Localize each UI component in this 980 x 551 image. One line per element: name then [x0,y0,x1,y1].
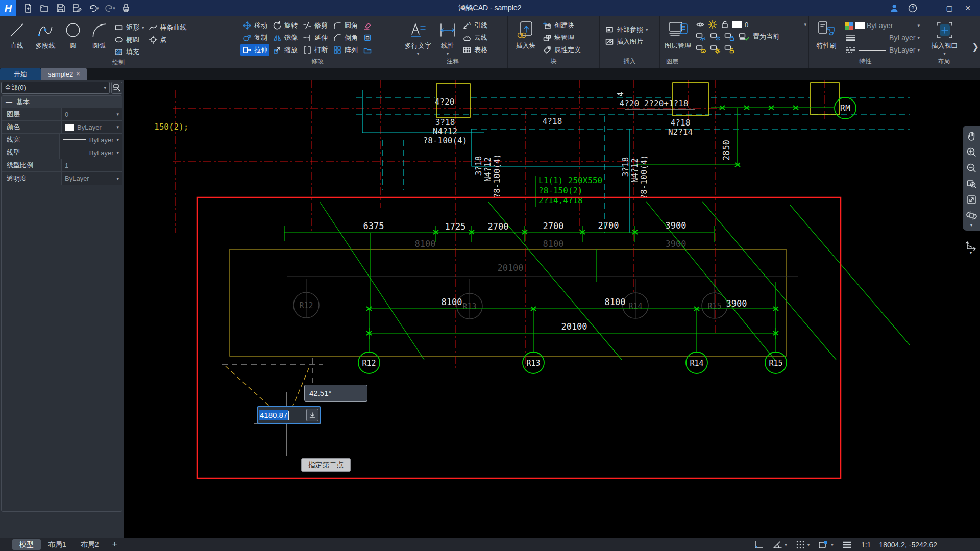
hatch-button[interactable]: 填充 [112,46,146,58]
layer-manager-button[interactable]: 图层管理 [663,18,693,52]
insert-viewport-button[interactable]: 插入视口 ▾ [928,18,962,57]
trim-button[interactable]: 修剪 [301,19,330,32]
open-file-button[interactable] [38,2,51,15]
chamfer-button[interactable]: 倒角 [331,32,360,44]
scale-button[interactable]: 缩放 [271,44,300,56]
redo-button[interactable]: ▾ [103,2,116,15]
user-account-button[interactable] [886,0,902,16]
revcloud-button[interactable]: 云线 [460,32,489,44]
ribbon-expand-chevron[interactable]: ❯ [972,42,979,52]
layer-on-icon[interactable] [696,44,707,54]
xref-button[interactable]: 外部参照▾ [603,23,650,36]
arc-button[interactable]: 圆弧 [86,18,112,52]
mtext-button[interactable]: 多行文字 ▾ [401,18,435,57]
lineweight-display-toggle[interactable] [842,540,853,550]
help-button[interactable]: ? [904,0,921,16]
tab-layout2[interactable]: 布局2 [74,539,106,550]
selection-filter-dropdown[interactable]: 全部(0)▾ [1,82,110,94]
prop-linetype-value[interactable]: ByLayer▾ [60,146,122,159]
tab-model[interactable]: 模型 [12,539,41,550]
lineweight-dropdown-caret[interactable]: ▾ [917,35,920,40]
zoom-extents-button[interactable] [965,193,977,206]
prop-color-value[interactable]: ByLayer▾ [62,121,122,133]
mtext-dropdown-caret[interactable]: ▾ [417,51,420,56]
layer-lock-icon[interactable] [724,32,736,41]
insert-image-button[interactable]: 插入图片 [603,36,650,48]
prop-ltscale-value[interactable]: 1 [62,159,122,171]
linetype-control[interactable]: ByLayer ▾ [845,44,920,56]
move-button[interactable]: 移动 [240,19,270,32]
polyline-button[interactable]: 多段线 [31,18,60,52]
layer-dropdown[interactable]: 0 ▾ [696,18,806,31]
block-manager-button[interactable]: 块管理 [541,32,583,44]
save-as-button[interactable] [70,2,84,15]
undo-dropdown-caret[interactable]: ▾ [96,6,99,11]
dim-linear-button[interactable]: 线性 ▾ [435,18,460,57]
app-logo[interactable]: H [0,0,16,16]
minimize-button[interactable]: — [923,0,939,16]
prop-transparency-value[interactable]: ByLayer▾ [62,172,122,185]
orbit-dropdown-caret[interactable]: ▾ [970,222,973,228]
line-button[interactable]: 直线 [3,18,31,52]
leader-button[interactable]: A引线 [460,19,489,32]
undo-button[interactable]: ▾ [87,2,100,15]
annotation-scale[interactable]: 1:1 [861,541,871,549]
tab-close-icon[interactable]: × [76,70,80,78]
set-current-button[interactable]: 置为当前 [753,32,779,41]
section-basic[interactable]: —基本 [2,96,122,108]
zoom-in-button[interactable] [965,146,977,158]
point-button[interactable]: 点 [146,34,189,46]
layer-unlock-all-icon[interactable] [724,44,736,54]
color-control[interactable]: ByLayer ▾ [845,19,920,32]
extend-button[interactable]: 延伸 [301,32,330,44]
copy-button[interactable]: 复制 [240,32,270,44]
mirror-button[interactable]: 镜像 [271,32,300,44]
ellipse-button[interactable]: 椭圆 [112,34,146,46]
tab-layout1[interactable]: 布局1 [41,539,74,550]
tab-start[interactable]: 开始 [0,68,41,80]
polar-tracking-toggle[interactable]: ▾ [772,540,787,550]
circle-button[interactable]: 圆 [60,18,86,52]
create-block-button[interactable]: 创建块 [541,19,583,32]
layer-thaw-all-icon[interactable] [710,44,721,54]
prop-layer-value[interactable]: 0▾ [62,108,122,120]
print-button[interactable] [119,2,133,15]
xref-dropdown-caret[interactable]: ▾ [646,27,648,32]
rotate-button[interactable]: 旋转 [271,19,300,32]
viewport-dropdown-caret[interactable]: ▾ [943,51,946,56]
ucs-dropdown-caret[interactable]: ▾ [970,250,972,255]
insert-block-button[interactable]: 插入块 [511,18,541,52]
layer-color-swatch[interactable] [732,21,742,28]
color-dropdown-caret[interactable]: ▾ [917,23,920,28]
maximize-button[interactable]: ▢ [941,0,958,16]
layer-dropdown-caret[interactable]: ▾ [804,22,806,27]
linetype-dropdown-caret[interactable]: ▾ [917,47,920,53]
grid-dropdown-caret[interactable]: ▾ [807,542,810,547]
osnap-dropdown-caret[interactable]: ▾ [831,542,834,547]
osnap-toggle[interactable]: ▾ [818,540,834,550]
ortho-toggle[interactable] [753,540,764,550]
orbit-button[interactable] [965,209,977,221]
quick-select-button[interactable] [111,82,122,94]
input-dropdown-button[interactable] [306,409,318,421]
attribute-define-button[interactable]: 属性定义 [541,44,583,56]
array-button[interactable]: 阵列 [331,44,360,56]
stretch-button[interactable]: 拉伸 [240,44,270,56]
save-button[interactable] [54,2,67,15]
rectangle-button[interactable]: 矩形▾ [112,21,146,34]
drawing-canvas[interactable]: 8100 8100 3900 20100 R12 R13 R14 R15 [124,80,980,538]
collapse-icon[interactable]: — [6,98,12,106]
spline-button[interactable]: 样条曲线 [146,21,189,34]
erase-button[interactable] [361,19,374,32]
layer-freeze-icon[interactable] [710,32,721,41]
redo-dropdown-caret[interactable]: ▾ [113,6,115,11]
rectangle-dropdown-caret[interactable]: ▾ [142,25,144,30]
polar-dropdown-caret[interactable]: ▾ [785,542,787,547]
fillet-button[interactable]: 圆角 [331,19,360,32]
table-button[interactable]: 表格 [460,44,489,56]
close-button[interactable]: ✕ [960,0,976,16]
group-button[interactable] [361,44,374,56]
new-file-button[interactable] [21,2,35,15]
tab-sample2[interactable]: sample2× [41,68,87,80]
lineweight-control[interactable]: ByLayer ▾ [845,32,920,44]
